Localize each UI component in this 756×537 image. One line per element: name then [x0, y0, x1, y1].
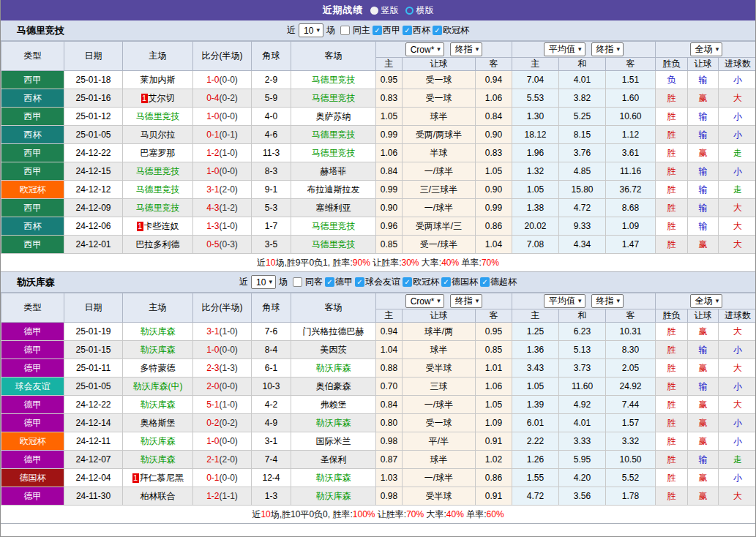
header-dropdown[interactable]: 终指▾: [450, 42, 483, 56]
odds-away: 1.04: [476, 236, 512, 254]
away-team: 圣保利: [291, 451, 376, 469]
fulltime-score: 0-1: [206, 129, 219, 140]
team-label: 弗赖堡: [321, 399, 347, 410]
competition-checkbox[interactable]: 同客: [293, 276, 323, 288]
avg-home: 1.36: [512, 341, 559, 359]
corners: 3-1: [252, 432, 291, 451]
sub-col-header: 让球: [688, 58, 719, 71]
radio-label: 竖版: [381, 4, 399, 17]
result-outcome: 胜: [656, 217, 688, 236]
competition-checkbox[interactable]: ✓德甲: [325, 276, 353, 288]
header-dropdown[interactable]: Crow*▾: [405, 294, 444, 308]
avg-home: 6.01: [512, 414, 559, 432]
summary-segment: 10: [266, 258, 275, 268]
col-header-home: 主场: [123, 293, 193, 323]
checkbox-label: 同主: [353, 24, 370, 37]
layout-radio-horizontal[interactable]: 横版: [405, 4, 434, 17]
halftime-score: (0-3): [220, 239, 238, 249]
result-goals: 走: [719, 181, 756, 199]
odds-away: 0.95: [476, 323, 512, 341]
results-body: 西甲25-01-18莱加内斯1-0(0-0)2-9马德里竞技0.95受一球0.9…: [1, 71, 756, 254]
chevron-down-icon: ▾: [476, 298, 479, 304]
home-team: 勒沃库森: [123, 341, 193, 359]
score: 3-1(1-0): [193, 323, 252, 341]
table-row: 德甲24-11-30柏林联合1-2(1-1)1-3勒沃库森0.98受半球0.91…: [1, 487, 756, 506]
score: 1-0(0-0): [193, 71, 252, 89]
summary-segment: 让胜率:: [375, 509, 406, 519]
team-label: 艾尔切: [149, 93, 175, 103]
result-goals: 小: [719, 432, 756, 451]
table-row: 德甲25-01-19勒沃库森3-1(1-0)7-6门兴格拉德巴赫0.94球半/两…: [1, 323, 756, 341]
home-team: 巴拉多利德: [123, 236, 193, 254]
summary-segment: 100%: [353, 509, 375, 519]
sub-col-header: 胜负: [656, 58, 688, 71]
header-dropdown[interactable]: 全场▾: [690, 42, 723, 56]
competition-checkbox[interactable]: ✓德国杯: [441, 276, 478, 288]
games-label: 场: [326, 24, 335, 37]
team-label: 多特蒙德: [141, 363, 176, 373]
competition-checkbox[interactable]: ✓德超杯: [480, 276, 517, 288]
match-date: 25-01-11: [64, 359, 123, 378]
corners: 12-4: [252, 469, 291, 487]
recent-results-panel: 近期战绩 竖版 横版 马德里竞技 近 10 ▾ 场 同主✓西甲✓西杯✓欧冠杯: [0, 0, 756, 537]
header-dropdown[interactable]: Crow*▾: [405, 42, 444, 56]
competition-checkbox[interactable]: ✓西杯: [403, 24, 430, 37]
summary-segment: 90%: [353, 258, 370, 268]
team-label: 马德里竞技: [312, 75, 356, 85]
result-outcome: 胜: [656, 414, 688, 432]
header-dropdown[interactable]: 平均值▾: [544, 294, 585, 308]
team-label: 赫塔菲: [321, 166, 347, 176]
handicap-line: 一/球半: [403, 396, 476, 414]
avg-home: 1.26: [512, 451, 559, 469]
result-outcome: 胜: [656, 236, 688, 254]
match-count-select[interactable]: 10 ▾: [251, 275, 276, 289]
type-badge: 西杯: [1, 217, 64, 236]
team-label: 马德里竞技: [136, 111, 180, 121]
fulltime-score: 5-1: [206, 399, 219, 410]
type-badge: 球会友谊: [1, 378, 64, 396]
sub-col-header: 客: [606, 58, 656, 71]
header-dropdown[interactable]: 终指▾: [591, 294, 624, 308]
result-outcome: 胜: [656, 359, 688, 378]
halftime-score: (0-0): [220, 166, 238, 176]
result-handicap: 赢: [688, 359, 719, 378]
away-team: 勒沃库森: [291, 414, 376, 432]
team-label: 勒沃库森: [316, 363, 351, 373]
match-count-select[interactable]: 10 ▾: [299, 23, 323, 37]
team-label: 马德里竞技: [136, 166, 180, 176]
team-label: 马贝尔拉: [141, 129, 176, 140]
type-badge: 欧冠杯: [1, 432, 64, 451]
competition-checkbox[interactable]: ✓欧冠杯: [433, 24, 469, 37]
competition-checkbox[interactable]: ✓欧冠杯: [403, 276, 439, 288]
header-dropdown[interactable]: 终指▾: [450, 294, 483, 308]
result-scope-group: 全场▾: [656, 293, 756, 309]
avg-draw: 4.20: [559, 469, 606, 487]
chevron-down-icon: ▾: [316, 27, 320, 34]
header-dropdown[interactable]: 全场▾: [690, 294, 723, 308]
dropdown-value: 平均值: [549, 295, 575, 307]
competition-checkbox[interactable]: ✓球会友谊: [355, 276, 400, 288]
fulltime-score: 3-1: [206, 184, 219, 195]
competition-checkbox[interactable]: 同主: [340, 24, 370, 37]
result-outcome: 胜: [656, 432, 688, 451]
team-label: 巴拉多利德: [136, 239, 180, 249]
avg-away: 10.31: [606, 323, 656, 341]
header-dropdown[interactable]: 平均值▾: [544, 42, 585, 56]
summary-segment: 场,胜9平0负1, 胜率:: [275, 258, 352, 268]
col-header-score: 比分(半场): [193, 293, 252, 323]
table-row: 西甲24-12-01巴拉多利德0-5(0-3)3-5马德里竞技0.85受一/球半…: [1, 236, 756, 254]
type-badge: 德甲: [1, 396, 64, 414]
fulltime-score: 1-0: [206, 166, 219, 176]
home-team: 1卡些连奴: [123, 217, 193, 236]
odds-away: 0.94: [476, 71, 512, 89]
score: 1-0(0-0): [193, 341, 252, 359]
away-team: 勒沃库森: [291, 469, 376, 487]
halftime-score: (0-2): [220, 418, 238, 428]
competition-checkbox[interactable]: ✓西甲: [373, 24, 400, 37]
header-dropdown[interactable]: 终指▾: [591, 42, 624, 56]
match-date: 24-12-11: [64, 432, 123, 451]
home-team: 马德里竞技: [123, 162, 193, 181]
section-band: 勒沃库森 近 10 ▾ 场 同客✓德甲✓球会友谊✓欧冠杯✓德国杯✓德超杯: [1, 272, 755, 293]
layout-radio-vertical[interactable]: 竖版: [370, 4, 399, 17]
result-outcome: 胜: [656, 396, 688, 414]
